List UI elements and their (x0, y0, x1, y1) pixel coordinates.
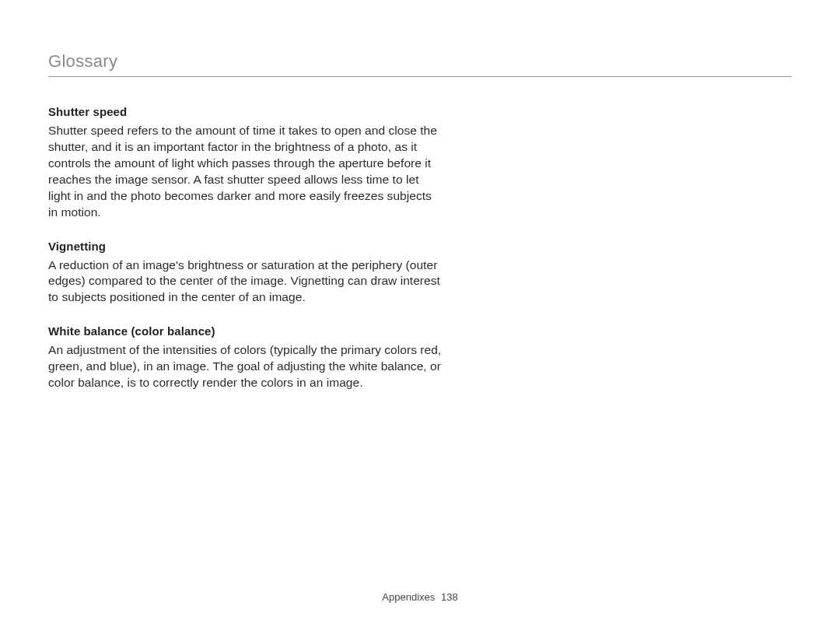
glossary-definition: An adjustment of the intensities of colo… (48, 342, 443, 391)
glossary-definition: Shutter speed refers to the amount of ti… (48, 123, 443, 221)
footer-section-label: Appendixes (382, 591, 435, 603)
document-page: Glossary Shutter speed Shutter speed ref… (0, 0, 840, 634)
glossary-term: Shutter speed (48, 105, 443, 118)
glossary-term: Vignetting (48, 240, 443, 253)
glossary-term: White balance (color balance) (48, 324, 443, 338)
glossary-entry: White balance (color balance) An adjustm… (48, 324, 443, 391)
page-footer: Appendixes 138 (0, 591, 840, 603)
glossary-column: Shutter speed Shutter speed refers to th… (48, 105, 443, 391)
glossary-definition: A reduction of an image's brightness or … (48, 257, 443, 306)
page-title: Glossary (48, 51, 792, 77)
footer-page-number: 138 (441, 591, 458, 603)
glossary-entry: Vignetting A reduction of an image's bri… (48, 240, 443, 306)
glossary-entry: Shutter speed Shutter speed refers to th… (48, 105, 443, 221)
